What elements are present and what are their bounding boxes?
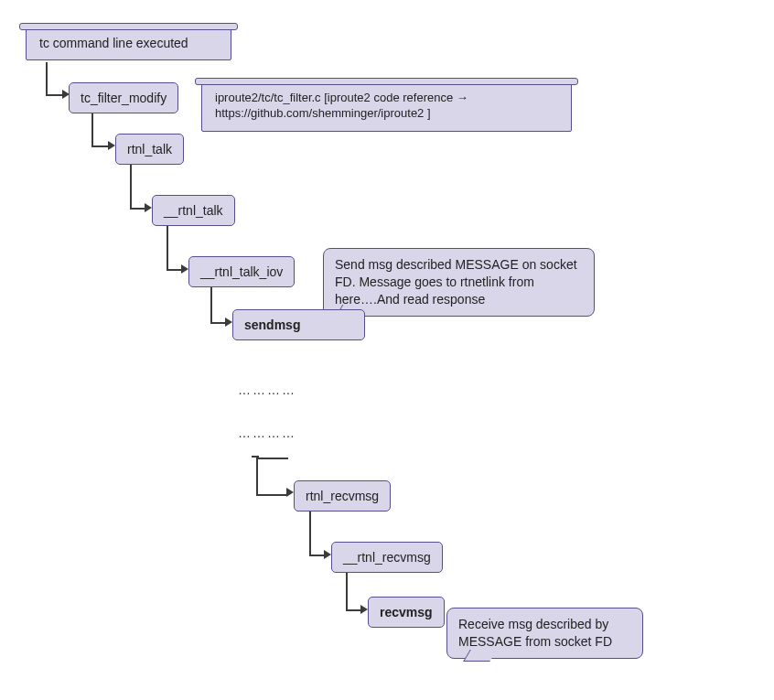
annotation-text: Send msg described MESSAGE on socket FD.… — [335, 257, 577, 307]
arrow-icon — [360, 605, 368, 614]
node-label: __rtnl_talk_iov — [200, 264, 283, 279]
node-label: __rtnl_recvmsg — [343, 550, 431, 565]
ellipsis: ………… — [238, 382, 296, 397]
node-sendmsg: sendmsg — [232, 309, 365, 340]
node-label: rtnl_talk — [127, 142, 172, 156]
annotation-code-reference: iproute2/tc/tc_filter.c [iproute2 code r… — [201, 81, 572, 132]
connector — [256, 458, 258, 494]
node-label: sendmsg — [244, 318, 300, 332]
arrow-icon — [286, 488, 294, 497]
node-rtnl-recvmsg: rtnl_recvmsg — [294, 480, 391, 512]
node-recvmsg: recvmsg — [368, 597, 445, 628]
node-rtnl-recvmsg-internal: __rtnl_recvmsg — [331, 542, 443, 573]
node-root-label: tc command line executed — [39, 36, 188, 50]
annotation-text: Receive msg described by MESSAGE from so… — [458, 617, 612, 649]
arrow-icon — [324, 550, 331, 559]
node-rtnl-talk-internal: __rtnl_talk — [152, 195, 235, 226]
call-flow-diagram: tc command line executed tc_filter_modif… — [18, 18, 756, 677]
node-label: __rtnl_talk — [164, 203, 223, 218]
connector — [256, 458, 288, 496]
node-label: tc_filter_modify — [81, 91, 167, 105]
arrow-icon — [145, 203, 152, 212]
node-rtnl-talk: rtnl_talk — [115, 134, 184, 165]
arrow-icon — [181, 264, 188, 274]
arrow-icon — [108, 141, 115, 150]
annotation-text: iproute2/tc/tc_filter.c [iproute2 code r… — [215, 91, 468, 120]
arrow-icon — [225, 318, 232, 327]
ellipsis: ………… — [238, 425, 296, 440]
node-label: recvmsg — [380, 605, 433, 619]
callout-tail-icon — [463, 650, 497, 662]
node-rtnl-talk-iov: __rtnl_talk_iov — [188, 256, 295, 287]
node-root: tc command line executed — [26, 26, 231, 60]
node-tc-filter-modify: tc_filter_modify — [69, 82, 178, 113]
node-label: rtnl_recvmsg — [306, 489, 379, 503]
connector — [252, 456, 259, 458]
